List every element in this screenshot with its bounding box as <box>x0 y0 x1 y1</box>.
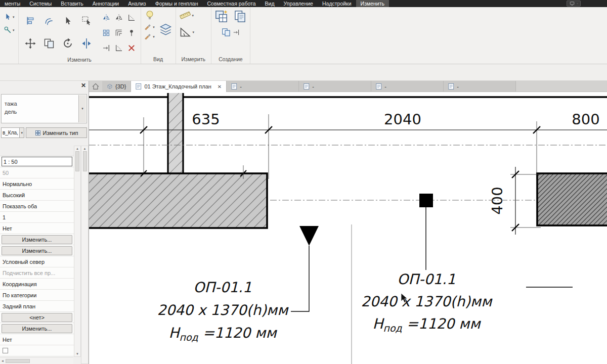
view-tab[interactable]: {3D} <box>102 81 131 92</box>
close-panel-icon[interactable]: ✕ <box>81 82 86 89</box>
view-tab[interactable]: - <box>444 81 516 92</box>
property-row[interactable]: 1 : 50 <box>0 156 74 167</box>
scrollbar-thumb[interactable] <box>75 151 79 171</box>
ribbon-tab[interactable]: Формы и генплан <box>151 0 203 7</box>
property-row[interactable]: Нет <box>0 223 74 234</box>
cut-profile-button[interactable] <box>158 22 173 37</box>
window-tag-marker-triangle[interactable] <box>291 226 319 311</box>
delete-button[interactable] <box>127 43 136 53</box>
property-row[interactable]: Подчистить все пр... <box>0 267 74 279</box>
property-row[interactable]: 50 <box>0 167 74 178</box>
paint-button[interactable]: ▾ <box>144 32 155 40</box>
mirror-button[interactable] <box>102 13 111 22</box>
copy-button[interactable] <box>42 37 56 50</box>
column-section[interactable] <box>168 93 183 174</box>
ribbon-tab[interactable]: Управление <box>279 0 318 7</box>
property-row[interactable]: Показать оба <box>0 201 74 212</box>
select-region-button[interactable] <box>81 15 92 26</box>
drawing-canvas[interactable]: 635 2040 800 400 ОП-01.1 2040 x 1370(h)м… <box>89 92 607 364</box>
property-row[interactable] <box>0 345 74 356</box>
scroll-left-icon[interactable]: ◄ <box>1 359 4 362</box>
view-tab[interactable]: - <box>227 81 299 92</box>
ribbon-tab[interactable]: Системы <box>25 0 56 7</box>
legend-component-button[interactable] <box>214 9 229 24</box>
duplicate-view-button[interactable] <box>233 9 247 24</box>
home-button[interactable] <box>89 81 102 92</box>
trim-extend-button[interactable] <box>102 43 111 53</box>
dim-text-400[interactable]: 400 <box>489 187 506 214</box>
property-row[interactable]: Нет <box>0 334 74 345</box>
property-row[interactable]: Высокий <box>0 190 74 201</box>
align-button[interactable] <box>25 15 36 26</box>
property-row[interactable]: Условный север <box>0 256 74 267</box>
ribbon-tab[interactable]: Вставить <box>56 0 88 7</box>
right-wall[interactable] <box>537 173 607 225</box>
horizontal-scrollbar[interactable]: ◄ <box>0 357 73 364</box>
mirror-axis-button[interactable] <box>114 13 123 22</box>
modify-tool-button[interactable]: ▾ <box>3 25 16 34</box>
edit-type-button[interactable]: Изменить тип <box>26 127 87 138</box>
scrollbar-thumb[interactable] <box>83 151 87 171</box>
ribbon-tab[interactable]: Вид <box>261 0 279 7</box>
split-button[interactable] <box>80 37 93 50</box>
type-selector[interactable]: тажа дель ▾ <box>1 94 87 123</box>
display-options-button[interactable]: ▾ <box>567 1 581 7</box>
create-similar-button[interactable] <box>221 27 240 38</box>
dim-text-635[interactable]: 635 <box>192 111 220 128</box>
select-button[interactable] <box>62 15 73 26</box>
scale-button[interactable] <box>114 28 123 37</box>
ribbon-tab[interactable]: Изменить <box>356 0 389 7</box>
property-row[interactable]: По категории <box>0 290 74 301</box>
property-row[interactable]: <нет> <box>0 312 74 323</box>
window-tag-marker-square[interactable] <box>419 194 433 270</box>
property-checkbox[interactable] <box>3 348 8 353</box>
trim-corner-button[interactable] <box>114 43 123 53</box>
window-tag-right[interactable]: ОП-01.1 2040 x 1370(h)мм Нпод =1120 мм <box>361 271 493 334</box>
property-row[interactable]: Изменить... <box>0 323 74 334</box>
property-row[interactable]: Нормально <box>0 178 74 190</box>
property-row[interactable]: Изменить... <box>0 245 74 256</box>
property-button[interactable]: Изменить... <box>2 246 72 255</box>
dim-text-800[interactable]: 800 <box>572 111 599 128</box>
ribbon-tab[interactable]: Надстройки <box>318 0 356 7</box>
measure-button[interactable]: ▾ <box>179 9 195 21</box>
ribbon-tab[interactable]: Аннотации <box>88 0 124 7</box>
view-tab[interactable]: 01 Этаж_Кладочный план✕ <box>131 81 227 92</box>
window-tag-left[interactable]: ОП-01.1 2040 x 1370(h)мм Нпод =1120 мм <box>157 279 289 343</box>
floor-plan-view[interactable]: 635 2040 800 400 ОП-01.1 2040 x 1370(h)м… <box>89 92 607 364</box>
dim-text-2040[interactable]: 2040 <box>384 111 421 128</box>
panel-scrollbar[interactable]: ▲ <box>81 146 89 364</box>
left-wall[interactable] <box>89 173 267 228</box>
ribbon-tab[interactable]: Совместная работа <box>203 0 261 7</box>
linework-button[interactable]: ▾ <box>144 23 155 31</box>
offset-button[interactable] <box>44 15 55 26</box>
close-view-icon[interactable]: ✕ <box>218 84 222 89</box>
view-tab[interactable]: - <box>371 81 444 92</box>
cut-button[interactable] <box>127 13 136 22</box>
view-tab[interactable]: - <box>299 81 371 92</box>
scroll-up-icon[interactable]: ▲ <box>76 147 79 150</box>
property-input[interactable]: 1 : 50 <box>2 157 72 166</box>
scroll-up-icon[interactable]: ▲ <box>83 147 86 150</box>
property-row[interactable]: 1 <box>0 212 74 223</box>
dimension-string-top[interactable] <box>89 114 607 179</box>
move-button[interactable] <box>24 37 37 50</box>
scrollbar-thumb[interactable] <box>6 359 30 363</box>
pin-button[interactable] <box>127 28 136 37</box>
ribbon-tab[interactable]: Анализ <box>123 0 150 7</box>
select-tool-button[interactable]: ▾ <box>3 12 16 21</box>
grid-scrollbar[interactable]: ▲ ▼ <box>74 146 81 357</box>
property-row[interactable]: Координация <box>0 279 74 290</box>
property-button[interactable]: Изменить... <box>2 324 72 333</box>
property-row[interactable]: Изменить... <box>0 234 74 245</box>
scroll-down-icon[interactable]: ▼ <box>76 352 79 355</box>
property-button[interactable]: Изменить... <box>2 235 72 244</box>
ribbon-tab[interactable]: менты <box>0 0 25 7</box>
filter-combo[interactable]: в_Кла, ▾ <box>1 127 24 138</box>
rotate-button[interactable] <box>61 37 74 50</box>
dimension-400[interactable]: 400 <box>489 167 541 235</box>
property-button[interactable]: <нет> <box>2 313 72 322</box>
reveal-hidden-button[interactable] <box>144 9 156 21</box>
property-row[interactable]: Задний план <box>0 301 74 312</box>
array-button[interactable] <box>102 28 111 37</box>
